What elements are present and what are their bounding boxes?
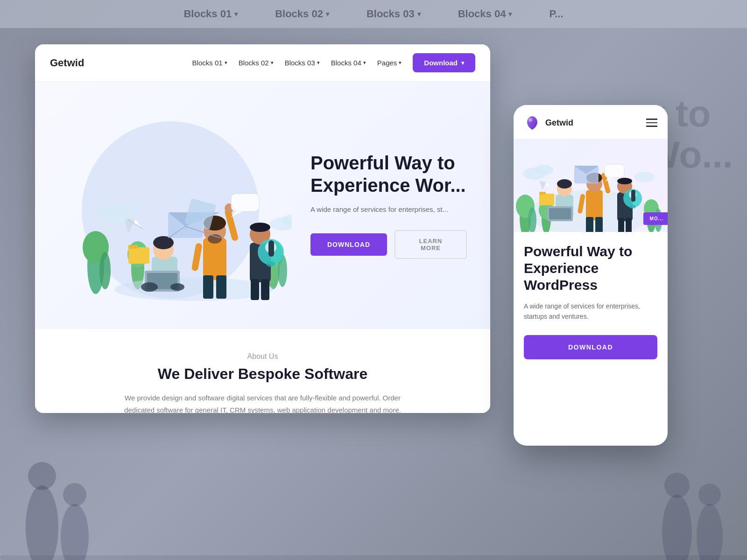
svg-rect-96 [631, 190, 635, 202]
desktop-card: Getwid Blocks 01 ▾ Blocks 02 ▾ Blocks 03… [35, 44, 490, 413]
svg-point-7 [698, 483, 721, 506]
background-nav: Blocks 01 ▾ Blocks 02 ▾ Blocks 03 ▾ Bloc… [0, 0, 747, 28]
chevron-down-icon: ▾ [326, 10, 329, 18]
desktop-hero: Powerful Way toExperience Wor... A wide … [35, 82, 490, 329]
chevron-down-icon: ▾ [225, 60, 227, 66]
mobile-download-button[interactable]: DOWNLOAD [524, 335, 657, 359]
desktop-logo: Getwid [50, 57, 84, 69]
svg-point-95 [629, 205, 636, 209]
svg-point-6 [697, 504, 723, 560]
hero-illustration [54, 107, 296, 303]
svg-rect-78 [549, 208, 571, 219]
svg-point-25 [170, 283, 184, 291]
svg-point-103 [535, 165, 553, 175]
mobile-logo-text: Getwid [545, 118, 573, 128]
bg-nav-blocks03: Blocks 03 ▾ [366, 8, 421, 20]
svg-point-59 [95, 206, 115, 219]
hero-title: Powerful Way toExperience Wor... [310, 152, 467, 196]
svg-point-76 [557, 179, 572, 189]
svg-rect-34 [231, 194, 259, 211]
bg-nav-blocks02: Blocks 02 ▾ [275, 8, 329, 20]
svg-point-1 [28, 462, 56, 490]
svg-rect-26 [128, 247, 149, 264]
about-eyebrow: About Us [63, 352, 462, 361]
nav-blocks03[interactable]: Blocks 03 ▾ [285, 59, 320, 67]
svg-point-92 [617, 178, 632, 184]
svg-rect-8 [0, 555, 747, 560]
bg-nav-blocks04: Blocks 04 ▾ [458, 8, 512, 20]
nav-blocks02[interactable]: Blocks 02 ▾ [239, 59, 274, 67]
svg-rect-28 [203, 238, 226, 280]
svg-point-30 [208, 234, 222, 244]
desktop-nav-links: Blocks 01 ▾ Blocks 02 ▾ Blocks 03 ▾ Bloc… [192, 59, 402, 67]
svg-rect-37 [216, 275, 226, 299]
mobile-card: Getwid [514, 105, 668, 446]
mobile-logo-area: Getwid [524, 114, 573, 131]
chevron-down-icon: ▾ [317, 60, 320, 66]
svg-rect-27 [128, 245, 138, 249]
chevron-down-icon: ▾ [399, 60, 402, 66]
chevron-down-icon: ▾ [417, 10, 421, 18]
svg-point-17 [114, 278, 273, 301]
svg-rect-80 [539, 192, 546, 195]
svg-rect-42 [254, 223, 266, 229]
desktop-download-button[interactable]: Download ▾ [413, 53, 475, 72]
chevron-down-icon: ▾ [508, 10, 512, 18]
chevron-down-icon: ▾ [461, 60, 464, 66]
svg-rect-87 [586, 217, 593, 232]
chevron-down-icon: ▾ [234, 10, 238, 18]
about-text: We provide design and software digital s… [118, 392, 408, 413]
mobile-title: Powerful Way to Experience WordPress [524, 243, 657, 294]
mobile-more-peek: MO... [643, 212, 668, 225]
mobile-logo-icon [524, 114, 541, 131]
mobile-content: Powerful Way to Experience WordPress A w… [514, 232, 668, 446]
svg-marker-35 [231, 211, 243, 217]
svg-rect-85 [605, 164, 624, 177]
svg-point-5 [664, 473, 690, 498]
svg-point-4 [662, 495, 692, 560]
svg-point-21 [153, 236, 174, 249]
svg-rect-88 [595, 217, 603, 232]
desktop-nav: Getwid Blocks 01 ▾ Blocks 02 ▾ Blocks 03… [35, 44, 490, 82]
svg-rect-38 [191, 243, 203, 272]
svg-point-58 [113, 203, 139, 217]
svg-rect-36 [203, 275, 213, 299]
svg-point-2 [61, 504, 89, 560]
bg-nav-blocks01: Blocks 01 ▾ [183, 8, 238, 20]
bg-nav-pages: P... [549, 8, 563, 20]
nav-blocks04[interactable]: Blocks 04 ▾ [331, 59, 366, 67]
hamburger-menu-button[interactable] [646, 119, 657, 127]
nav-pages[interactable]: Pages ▾ [377, 59, 402, 67]
desktop-about-section: About Us We Deliver Bespoke Software We … [35, 329, 490, 413]
svg-point-64 [529, 118, 532, 122]
nav-blocks01[interactable]: Blocks 01 ▾ [192, 59, 227, 67]
chevron-down-icon: ▾ [363, 60, 366, 66]
hero-learn-more-button[interactable]: LEARN MORE [395, 230, 467, 259]
svg-rect-47 [251, 279, 259, 300]
svg-rect-97 [618, 218, 624, 232]
hero-content: Powerful Way toExperience Wor... A wide … [296, 152, 467, 259]
hero-buttons: DOWNLOAD LEARN MORE [310, 230, 467, 259]
svg-marker-101 [539, 181, 546, 190]
svg-point-104 [634, 172, 655, 182]
mobile-nav: Getwid [514, 105, 668, 139]
chevron-down-icon: ▾ [271, 60, 274, 66]
mobile-subtitle: A wide range of services for enterprises… [524, 301, 657, 322]
about-title: We Deliver Bespoke Software [63, 365, 462, 383]
svg-rect-98 [626, 218, 632, 232]
svg-point-45 [266, 261, 275, 267]
mobile-hero-image: MO... [514, 139, 668, 232]
svg-rect-46 [268, 240, 274, 257]
svg-point-3 [63, 483, 86, 506]
people-illustration-svg [77, 117, 292, 303]
hero-subtitle: A wide range of services for enterprises… [310, 204, 467, 215]
svg-rect-81 [586, 190, 603, 220]
svg-point-0 [26, 485, 58, 560]
svg-rect-48 [261, 279, 269, 300]
svg-point-24 [141, 282, 158, 292]
svg-point-11 [99, 252, 111, 289]
svg-rect-79 [539, 194, 554, 205]
hero-download-button[interactable]: DOWNLOAD [310, 233, 387, 256]
